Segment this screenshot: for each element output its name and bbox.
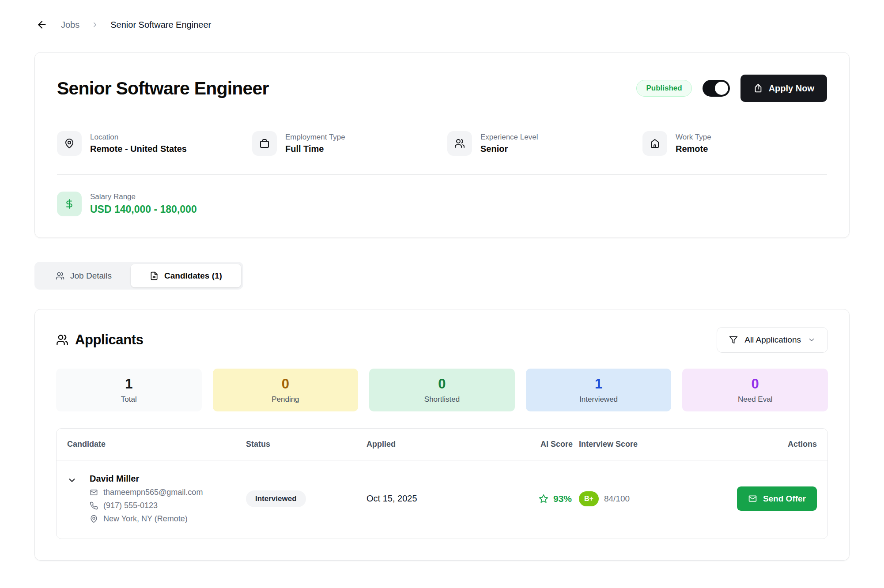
chevron-down-icon: [808, 336, 816, 344]
actions-cell: Send Offer: [723, 486, 817, 511]
arrow-left-icon: [36, 19, 48, 30]
job-controls: Published Apply Now: [636, 75, 827, 102]
mail-icon: [90, 488, 98, 497]
interview-score-value: 84/100: [604, 494, 630, 504]
job-title: Senior Software Engineer: [57, 78, 269, 99]
briefcase-icon: [252, 131, 277, 156]
candidate-email: thameempn565@gmail.com: [103, 488, 203, 497]
stat-total-value: 1: [125, 376, 132, 392]
published-badge: Published: [636, 80, 691, 97]
tab-candidates[interactable]: Candidates (1): [131, 264, 241, 287]
candidate-phone-row: (917) 555-0123: [90, 501, 203, 510]
ai-score-cell: 93%: [480, 494, 573, 504]
job-details-grid: Location Remote - United States Employme…: [57, 131, 827, 156]
detail-employment-type: Employment Type Full Time: [252, 131, 437, 156]
salary-value: USD 140,000 - 180,000: [90, 204, 197, 215]
stat-shortlisted: 0 Shortlisted: [369, 369, 515, 411]
candidates-table: Candidate Status Applied AI Score Interv…: [56, 428, 828, 539]
col-candidate: Candidate: [67, 440, 246, 449]
mail-icon: [748, 494, 757, 503]
star-icon: [539, 494, 548, 504]
map-pin-icon: [90, 515, 98, 523]
users-icon: [56, 334, 68, 346]
page: Jobs Senior Software Engineer Senior Sof…: [0, 0, 884, 587]
job-header-card: Senior Software Engineer Published Apply…: [34, 52, 850, 238]
col-interview-score: Interview Score: [573, 440, 723, 449]
col-applied: Applied: [366, 440, 480, 449]
work-type-value: Remote: [676, 144, 711, 154]
col-actions: Actions: [723, 440, 817, 449]
col-ai-score: AI Score: [480, 440, 573, 449]
breadcrumb-current: Senior Software Engineer: [110, 20, 211, 30]
detail-experience-level: Experience Level Senior: [447, 131, 632, 156]
candidate-name: David Miller: [90, 474, 203, 484]
stat-interviewed: 1 Interviewed: [526, 369, 672, 411]
interview-grade-badge: B+: [579, 491, 599, 506]
table-header: Candidate Status Applied AI Score Interv…: [57, 429, 827, 460]
tab-job-details[interactable]: Job Details: [37, 264, 131, 287]
filter-label: All Applications: [744, 335, 801, 345]
breadcrumb-separator-icon: [91, 21, 99, 29]
work-type-label: Work Type: [676, 133, 711, 142]
users-icon: [447, 131, 472, 156]
stat-interviewed-value: 1: [595, 376, 602, 392]
employment-type-label: Employment Type: [285, 133, 345, 142]
col-status: Status: [246, 440, 366, 449]
experience-level-value: Senior: [480, 144, 538, 154]
status-badge: Interviewed: [246, 490, 306, 507]
tab-bar: Job Details Candidates (1): [34, 262, 243, 290]
candidate-cell: David Miller thameempn565@gmail.com (91: [67, 474, 246, 524]
tab-job-details-label: Job Details: [70, 271, 112, 281]
stat-shortlisted-value: 0: [438, 376, 446, 392]
interview-score-cell: B+ 84/100: [573, 491, 723, 506]
phone-icon: [90, 501, 98, 510]
apply-now-button[interactable]: Apply Now: [740, 75, 827, 102]
stats-row: 1 Total 0 Pending 0 Shortlisted 1 Interv…: [56, 369, 828, 411]
users-icon: [56, 271, 64, 280]
stat-need-eval-value: 0: [752, 376, 759, 392]
map-pin-icon: [57, 131, 82, 156]
row-expand-chevron[interactable]: [67, 475, 78, 486]
send-offer-button[interactable]: Send Offer: [737, 486, 817, 511]
applications-filter-dropdown[interactable]: All Applications: [717, 327, 828, 353]
stat-total: 1 Total: [56, 369, 202, 411]
upload-icon: [753, 83, 763, 93]
stat-total-label: Total: [121, 395, 137, 404]
breadcrumb: Jobs Senior Software Engineer: [34, 0, 850, 34]
location-value: Remote - United States: [90, 144, 187, 154]
ai-score-value: 93%: [553, 494, 572, 504]
stat-interviewed-label: Interviewed: [579, 395, 618, 404]
candidate-email-row: thameempn565@gmail.com: [90, 488, 203, 497]
dollar-icon: [57, 192, 82, 216]
detail-location: Location Remote - United States: [57, 131, 242, 156]
stat-need-eval-label: Need Eval: [738, 395, 772, 404]
applicants-title: Applicants: [56, 332, 143, 348]
stat-need-eval: 0 Need Eval: [682, 369, 828, 411]
divider: [57, 174, 827, 175]
stat-pending-label: Pending: [272, 395, 299, 404]
filter-funnel-icon: [729, 335, 738, 344]
apply-now-label: Apply Now: [769, 83, 814, 94]
stat-pending: 0 Pending: [213, 369, 359, 411]
experience-level-label: Experience Level: [480, 133, 538, 142]
status-cell: Interviewed: [246, 490, 366, 507]
location-label: Location: [90, 133, 187, 142]
detail-work-type: Work Type Remote: [642, 131, 827, 156]
publish-toggle[interactable]: [703, 80, 730, 97]
salary-label: Salary Range: [90, 192, 197, 201]
applicants-card: Applicants All Applications 1 Total 0 Pe…: [34, 309, 850, 561]
stat-shortlisted-label: Shortlisted: [424, 395, 460, 404]
breadcrumb-jobs-link[interactable]: Jobs: [61, 20, 79, 30]
back-button[interactable]: [34, 17, 49, 32]
applied-cell: Oct 15, 2025: [366, 494, 480, 504]
applicants-title-label: Applicants: [75, 332, 143, 348]
toggle-knob: [715, 82, 728, 95]
table-row: David Miller thameempn565@gmail.com (91: [57, 460, 827, 539]
detail-salary: Salary Range USD 140,000 - 180,000: [57, 192, 827, 216]
send-offer-label: Send Offer: [763, 494, 806, 504]
home-icon: [642, 131, 667, 156]
tab-candidates-label: Candidates (1): [164, 271, 222, 281]
employment-type-value: Full Time: [285, 144, 345, 154]
candidate-location-row: New York, NY (Remote): [90, 514, 203, 524]
candidate-location: New York, NY (Remote): [103, 514, 188, 524]
